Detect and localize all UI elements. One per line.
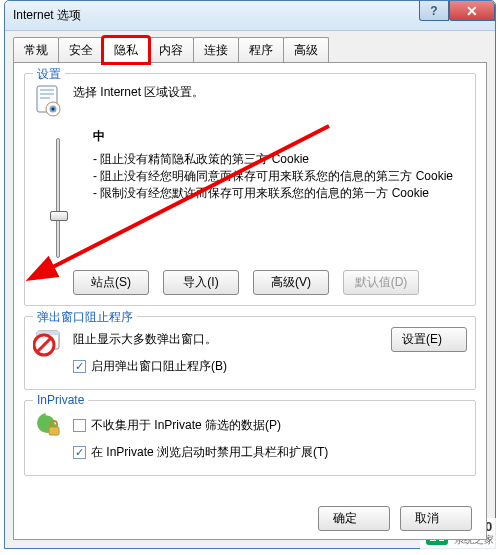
cancel-button[interactable]: 取消: [400, 506, 472, 531]
window-title: Internet 选项: [13, 7, 81, 24]
settings-group-title: 设置: [33, 66, 65, 83]
settings-desc: 选择 Internet 区域设置。: [73, 84, 467, 101]
tab-strip: 常规 安全 隐私 内容 连接 程序 高级: [5, 31, 495, 63]
inprivate-nodata-checkbox[interactable]: [73, 419, 86, 432]
tab-privacy[interactable]: 隐私: [103, 37, 149, 63]
tab-advanced[interactable]: 高级: [283, 37, 329, 63]
inprivate-icon: [33, 411, 63, 441]
popup-desc: 阻止显示大多数弹出窗口。: [73, 331, 217, 348]
question-icon: ?: [430, 4, 437, 18]
import-button[interactable]: 导入(I): [163, 270, 239, 295]
advanced-button[interactable]: 高级(V): [253, 270, 329, 295]
help-button[interactable]: ?: [419, 1, 449, 21]
tab-security[interactable]: 安全: [58, 37, 104, 63]
slider-thumb[interactable]: [50, 211, 68, 221]
svg-point-6: [52, 108, 55, 111]
privacy-level: 中: [93, 128, 467, 145]
close-icon: ✕: [466, 3, 478, 19]
sites-button[interactable]: 站点(S): [73, 270, 149, 295]
bullet-1: - 阻止没有精简隐私政策的第三方 Cookie: [93, 151, 467, 168]
tab-pane: 设置 选择 Internet 区域设置。: [13, 62, 487, 540]
tab-general[interactable]: 常规: [13, 37, 59, 63]
inprivate-group: InPrivate 不收集用于 InPrivate 筛选的数据(P): [24, 400, 476, 476]
popup-block-icon: [33, 327, 63, 357]
popup-enable-checkbox[interactable]: [73, 360, 86, 373]
inprivate-disable-toolbars-label: 在 InPrivate 浏览启动时禁用工具栏和扩展(T): [91, 444, 328, 461]
svg-rect-2: [40, 93, 54, 95]
tab-content[interactable]: 内容: [148, 37, 194, 63]
bullet-3: - 限制没有经您默许而保存可用来联系您的信息的第一方 Cookie: [93, 185, 467, 202]
svg-rect-1: [40, 89, 54, 91]
close-button[interactable]: ✕: [449, 1, 495, 21]
popup-enable-label: 启用弹出窗口阻止程序(B): [91, 358, 227, 375]
inprivate-disable-toolbars-checkbox[interactable]: [73, 446, 86, 459]
ok-button[interactable]: 确定: [318, 506, 390, 531]
inprivate-group-title: InPrivate: [33, 393, 88, 407]
titlebar[interactable]: Internet 选项 ? ✕: [5, 1, 495, 31]
default-button[interactable]: 默认值(D): [343, 270, 419, 295]
popup-settings-button[interactable]: 设置(E): [391, 327, 467, 352]
tab-programs[interactable]: 程序: [238, 37, 284, 63]
svg-rect-13: [49, 427, 59, 435]
settings-group: 设置 选择 Internet 区域设置。: [24, 73, 476, 306]
svg-rect-3: [40, 97, 50, 99]
privacy-zone-icon: [34, 84, 62, 118]
bullet-2: - 阻止没有经您明确同意而保存可用来联系您的信息的第三方 Cookie: [93, 168, 467, 185]
tab-connections[interactable]: 连接: [193, 37, 239, 63]
popup-group: 弹出窗口阻止程序 阻止显示大多数弹出窗口。 设置(E) 启用弹出窗口阻止程序(B: [24, 316, 476, 390]
popup-group-title: 弹出窗口阻止程序: [33, 309, 137, 326]
inprivate-nodata-label: 不收集用于 InPrivate 筛选的数据(P): [91, 417, 281, 434]
privacy-bullets: - 阻止没有精简隐私政策的第三方 Cookie - 阻止没有经您明确同意而保存可…: [93, 151, 467, 201]
privacy-slider[interactable]: [56, 138, 60, 258]
